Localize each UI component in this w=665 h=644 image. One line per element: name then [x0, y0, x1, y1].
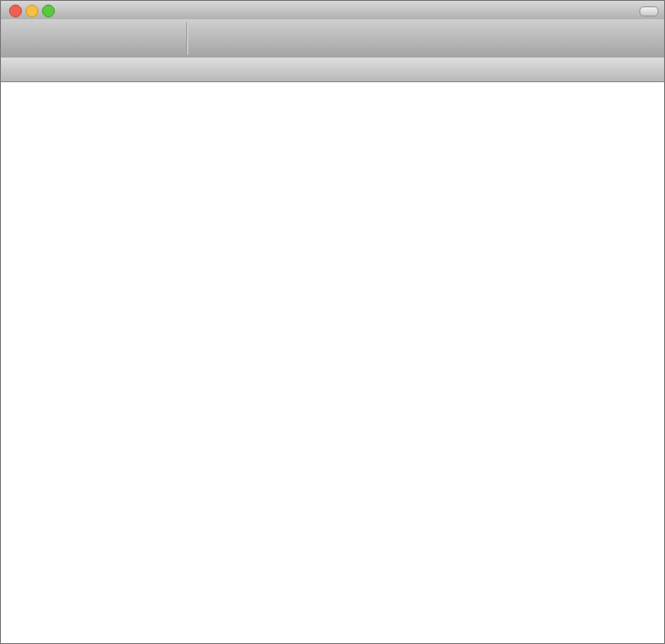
toolbar-toggle-pill[interactable]: [639, 6, 659, 16]
toolbar: [1, 19, 665, 58]
title-bar: [1, 1, 665, 20]
zoom-window-button[interactable]: [42, 5, 55, 17]
minimize-window-button[interactable]: [26, 5, 38, 17]
app-window: [0, 0, 665, 644]
tab-bar: [1, 58, 665, 82]
close-window-button[interactable]: [9, 5, 22, 17]
toolbar-separator: [186, 22, 188, 55]
